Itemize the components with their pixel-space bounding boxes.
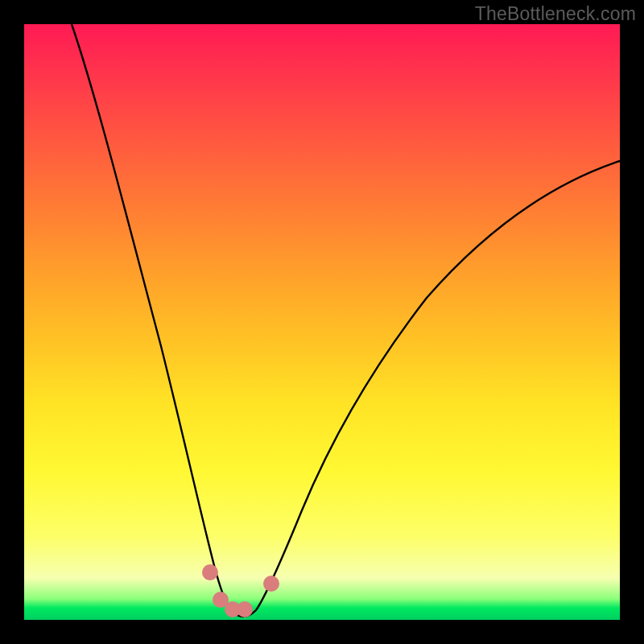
curve-layer [24, 24, 620, 620]
chart-frame: TheBottleneck.com [0, 0, 644, 644]
trough-marker-left-icon [202, 564, 218, 580]
trough-marker-right-icon [263, 576, 279, 592]
bottleneck-curve [72, 24, 620, 617]
watermark-text: TheBottleneck.com [475, 3, 636, 25]
trough-marker-bottom3-icon [237, 601, 253, 617]
plot-area [24, 24, 620, 620]
